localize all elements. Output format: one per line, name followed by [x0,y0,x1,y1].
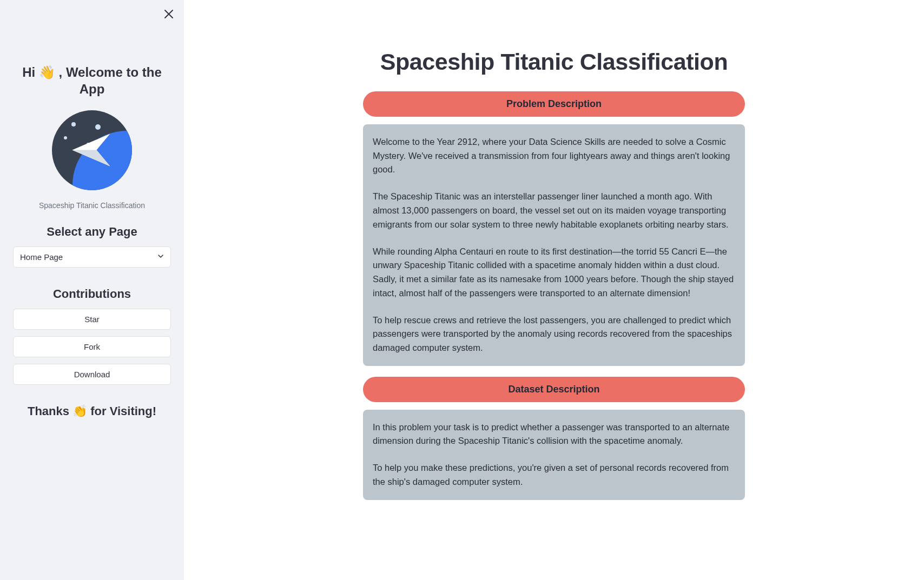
select-page-heading: Select any Page [13,225,171,239]
close-icon [164,9,174,22]
page-select[interactable]: Home Page [13,246,171,268]
sidebar: Hi 👋 , Welcome to the App Spaceship Tita… [0,0,184,580]
contributions-heading: Contributions [13,287,171,301]
dataset-paragraph: To help you make these predictions, you'… [373,461,735,489]
sidebar-greeting: Hi 👋 , Welcome to the App [13,64,171,97]
problem-paragraph: Welcome to the Year 2912, where your Dat… [373,135,735,177]
section-heading-problem: Problem Description [363,91,745,117]
app-logo [52,110,132,190]
thanks-heading: Thanks 👏 for Visiting! [13,404,171,418]
close-sidebar-button[interactable] [162,9,175,22]
main-content[interactable]: Spaceship Titanic Classification Problem… [184,0,924,580]
problem-paragraph: While rounding Alpha Centauri en route t… [373,245,735,300]
problem-paragraph: The Spaceship Titanic was an interstella… [373,190,735,231]
dataset-description-block: In this problem your task is to predict … [363,410,745,500]
dataset-paragraph: In this problem your task is to predict … [373,421,735,448]
page-select-value: Home Page [20,252,63,262]
logo-caption: Spaceship Titanic Classification [13,201,171,210]
logo-container [13,110,171,190]
problem-description-block: Welcome to the Year 2912, where your Dat… [363,124,745,366]
section-heading-dataset: Dataset Description [363,377,745,402]
fork-button[interactable]: Fork [13,336,171,357]
star-button[interactable]: Star [13,309,171,330]
page-select-wrapper: Home Page [13,246,171,268]
contribution-buttons: Star Fork Download [13,309,171,385]
page-title: Spaceship Titanic Classification [363,49,745,75]
app-root: Hi 👋 , Welcome to the App Spaceship Tita… [0,0,924,580]
problem-paragraph: To help rescue crews and retrieve the lo… [373,314,735,355]
content-container: Spaceship Titanic Classification Problem… [357,49,751,500]
download-button[interactable]: Download [13,364,171,385]
